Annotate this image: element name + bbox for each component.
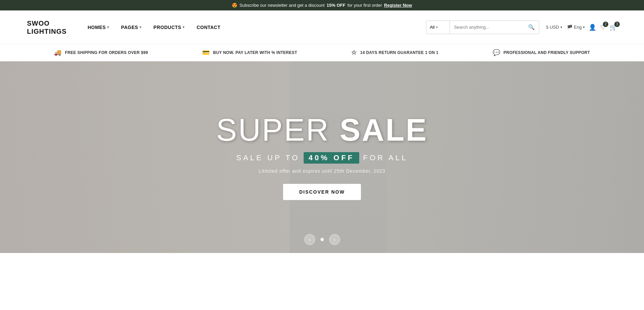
hero-cta-button[interactable]: DISCOVER NOW [283, 184, 361, 200]
logo[interactable]: SWOO LIGHTINGS [27, 19, 67, 35]
wishlist-button[interactable]: ♡ 2 [600, 24, 606, 31]
hero-subtitle-suffix: FOR ALL [363, 153, 408, 162]
chevron-down-icon: ▾ [107, 25, 109, 29]
announcement-bar: 😍 Subscribe our newsletter and get a dis… [0, 0, 644, 10]
hero-section: SUPER SALE SALE UP TO 40% OFF FOR ALL Li… [0, 61, 644, 253]
feature-payment: 💳 BUY NOW. PAY LATER WITH % INTEREST [202, 49, 297, 56]
nav-pages[interactable]: PAGES ▾ [121, 25, 141, 30]
feature-return-text: 14 DAYS RETURN GUARANTEE 1 ON 1 [360, 50, 438, 55]
dollar-icon: $ [546, 25, 548, 30]
feature-shipping: 🚚 FREE SHIPPING FOR ORDERS OVER $99 [54, 49, 148, 56]
feature-payment-text: BUY NOW. PAY LATER WITH % INTEREST [213, 50, 297, 55]
feature-bar: 🚚 FREE SHIPPING FOR ORDERS OVER $99 💳 BU… [0, 44, 644, 61]
currency-selector[interactable]: $ USD ▾ [546, 25, 562, 30]
chevron-down-icon: ▾ [140, 25, 142, 29]
hero-discount-badge: 40% OFF [304, 152, 359, 164]
star-icon: ☆ [351, 49, 357, 56]
feature-support-text: PROFESSIONAL AND FRIENDLY SUPPORT [503, 50, 590, 55]
hero-carousel-nav: ‹ › [304, 234, 340, 245]
truck-icon: 🚚 [54, 49, 61, 56]
chat-icon: 💬 [493, 49, 500, 56]
nav-homes[interactable]: HOMES ▾ [88, 25, 109, 30]
flag-icon: 🏴 [567, 25, 573, 30]
hero-description: Litmited offer and expires until 25th De… [216, 168, 428, 174]
header: SWOO LIGHTINGS HOMES ▾ PAGES ▾ PRODUCTS … [0, 10, 644, 44]
feature-shipping-text: FREE SHIPPING FOR ORDERS OVER $99 [65, 50, 148, 55]
hero-title-thin: SUPER [216, 113, 340, 147]
logo-line1: SWOO [27, 20, 50, 27]
hero-title: SUPER SALE [216, 114, 428, 145]
chevron-down-icon: ▾ [583, 25, 585, 29]
feature-support: 💬 PROFESSIONAL AND FRIENDLY SUPPORT [493, 49, 590, 56]
search-button[interactable]: 🔍 [524, 21, 539, 34]
search-input[interactable] [450, 21, 524, 34]
carousel-next-button[interactable]: › [329, 234, 340, 245]
language-label: Eng [574, 25, 582, 30]
feature-return: ☆ 14 DAYS RETURN GUARANTEE 1 ON 1 [351, 49, 438, 56]
main-nav: HOMES ▾ PAGES ▾ PRODUCTS ▾ CONTACT [88, 25, 426, 30]
cart-badge: 3 [614, 22, 620, 27]
hero-content: SUPER SALE SALE UP TO 40% OFF FOR ALL Li… [216, 114, 428, 200]
announcement-text: Subscribe our newsletter and get a disco… [239, 3, 325, 8]
hero-subtitle: SALE UP TO 40% OFF FOR ALL [216, 152, 428, 164]
chevron-down-icon: ▾ [560, 25, 562, 29]
wishlist-badge: 2 [603, 22, 608, 27]
cart-button[interactable]: 🛒 3 [610, 24, 617, 31]
announcement-emoji: 😍 [232, 3, 237, 8]
nav-products[interactable]: PRODUCTS ▾ [153, 25, 184, 30]
carousel-prev-button[interactable]: ‹ [304, 234, 315, 245]
user-icon: 👤 [589, 24, 596, 31]
card-icon: 💳 [202, 49, 210, 56]
user-account-button[interactable]: 👤 [589, 24, 596, 31]
search-icon: 🔍 [528, 24, 535, 30]
hero-subtitle-prefix: SALE UP TO [236, 153, 300, 162]
chevron-down-icon: ▾ [183, 25, 185, 29]
carousel-dot-1[interactable] [320, 238, 324, 241]
currency-lang-selector: $ USD ▾ 🏴 Eng ▾ [546, 25, 585, 30]
nav-contact[interactable]: CONTACT [196, 25, 220, 30]
hero-title-bold: SALE [340, 113, 428, 147]
language-selector[interactable]: 🏴 Eng ▾ [567, 25, 585, 30]
logo-line2: LIGHTINGS [27, 28, 67, 35]
currency-label: USD [550, 25, 559, 30]
chevron-down-icon: ▾ [436, 25, 438, 29]
header-actions: All ▾ 🔍 $ USD ▾ 🏴 Eng ▾ 👤 ♡ [426, 21, 617, 34]
announcement-register-link[interactable]: Register Now [384, 3, 412, 8]
search-box: All ▾ 🔍 [426, 21, 539, 34]
announcement-text-after: for your first order [347, 3, 382, 8]
announcement-discount: 15% OFF [327, 3, 345, 8]
search-category-select[interactable]: All ▾ [426, 21, 450, 34]
search-category-label: All [430, 25, 434, 30]
